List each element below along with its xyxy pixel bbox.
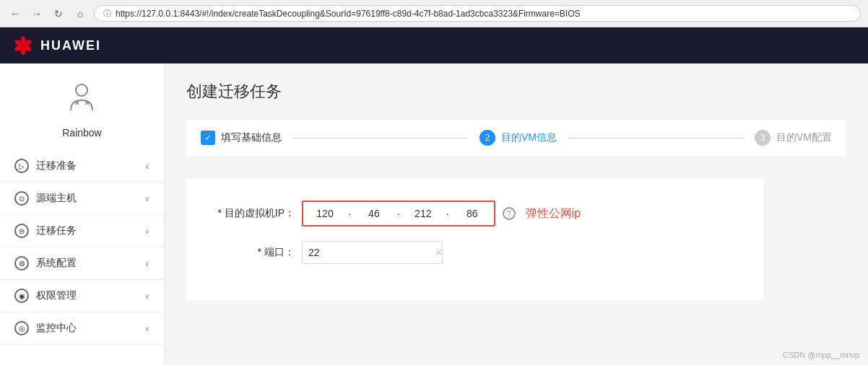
- sidebar-item-label: 系统配置: [36, 257, 77, 270]
- step1-check-icon: ✓: [201, 131, 215, 145]
- port-label: * 端口：: [215, 246, 302, 259]
- ip-segment-1[interactable]: [303, 202, 347, 225]
- user-avatar-icon: [62, 80, 102, 120]
- sidebar-item-source-host[interactable]: ⊙ 源端主机 ∨: [0, 182, 164, 215]
- port-input[interactable]: [308, 247, 435, 258]
- ip-input-group[interactable]: · · ·: [302, 201, 495, 227]
- ip-segment-2[interactable]: [352, 202, 396, 225]
- step-line-1: [293, 138, 468, 138]
- form-section: * 目的虚拟机IP： · · · ? 弹性公网ip * 端口：: [186, 179, 764, 300]
- migration-prep-icon: ▷: [14, 159, 29, 173]
- address-bar[interactable]: ⓘ https://127.0.0.1:8443/#!/index/create…: [94, 5, 861, 22]
- chevron-down-icon: ∨: [144, 260, 149, 268]
- vm-ip-row: * 目的虚拟机IP： · · · ? 弹性公网ip: [215, 201, 735, 227]
- ip-dot-2: ·: [396, 208, 402, 219]
- top-navbar: HUAWEI: [0, 27, 868, 63]
- avatar-container: [61, 78, 104, 121]
- huawei-flower-icon: [12, 34, 35, 57]
- forward-button[interactable]: →: [29, 6, 45, 22]
- sidebar: Rainbow ▷ 迁移准备 ∨ ⊙ 源端主机 ∨ ⊖ 迁移任务: [0, 63, 165, 365]
- sidebar-item-label: 权限管理: [36, 289, 77, 302]
- clear-icon[interactable]: ✕: [435, 247, 443, 258]
- step-1: ✓ 填写基础信息: [201, 131, 282, 145]
- footer-watermark: CSDN @mpp__mnvp: [783, 351, 859, 359]
- svg-point-6: [76, 84, 87, 96]
- step-3: 3 目的VM配置: [755, 130, 832, 146]
- chevron-down-icon: ∨: [144, 292, 149, 300]
- page-title: 创建迁移任务: [186, 81, 846, 102]
- url-text: https://127.0.0.1:8443/#!/index/createTa…: [116, 9, 581, 19]
- main-content: 创建迁移任务 ✓ 填写基础信息 2 目的VM信息 3 目的VM配置 * 目的虚拟…: [165, 63, 868, 365]
- sidebar-item-monitor-center[interactable]: ◎ 监控中心 ∨: [0, 312, 164, 345]
- system-config-icon: ⚙: [14, 256, 29, 271]
- sidebar-item-migration-task[interactable]: ⊖ 迁移任务 ∨: [0, 215, 164, 247]
- home-button[interactable]: ⌂: [72, 6, 88, 22]
- sidebar-item-system-config[interactable]: ⚙ 系统配置 ∨: [0, 247, 164, 280]
- stepper: ✓ 填写基础信息 2 目的VM信息 3 目的VM配置: [186, 120, 846, 156]
- browser-chrome: ← → ↻ ⌂ ⓘ https://127.0.0.1:8443/#!/inde…: [0, 0, 868, 27]
- sidebar-item-label: 源端主机: [36, 192, 77, 205]
- step3-number: 3: [755, 130, 771, 146]
- ip-dot-3: ·: [445, 208, 451, 219]
- chevron-down-icon: ∨: [144, 325, 149, 333]
- sidebar-item-migration-prep[interactable]: ▷ 迁移准备 ∨: [0, 150, 164, 182]
- ip-segment-3[interactable]: [402, 202, 445, 225]
- step-2: 2 目的VM信息: [479, 130, 557, 146]
- sidebar-username: Rainbow: [62, 127, 101, 138]
- monitor-center-icon: ◎: [14, 321, 29, 335]
- sidebar-item-permission-mgmt[interactable]: ◉ 权限管理 ∨: [0, 280, 164, 312]
- port-row: * 端口： ✕: [215, 241, 735, 264]
- huawei-logo: HUAWEI: [12, 34, 101, 57]
- vm-ip-label: * 目的虚拟机IP：: [215, 207, 302, 220]
- migration-task-icon: ⊖: [14, 224, 29, 238]
- app-layout: Rainbow ▷ 迁移准备 ∨ ⊙ 源端主机 ∨ ⊖ 迁移任务: [0, 63, 868, 365]
- sidebar-item-label: 迁移准备: [36, 159, 77, 172]
- ip-dot-1: ·: [347, 208, 352, 219]
- elastic-ip-hint: 弹性公网ip: [526, 206, 581, 221]
- lock-icon: ⓘ: [103, 8, 111, 19]
- ip-segment-4[interactable]: [451, 202, 494, 225]
- sidebar-item-label: 监控中心: [36, 322, 77, 335]
- sidebar-menu: ▷ 迁移准备 ∨ ⊙ 源端主机 ∨ ⊖ 迁移任务 ∨: [0, 150, 164, 345]
- step-line-2: [568, 138, 743, 138]
- step1-label: 填写基础信息: [221, 131, 282, 144]
- sidebar-item-label: 迁移任务: [36, 224, 77, 237]
- port-input-wrapper[interactable]: ✕: [302, 241, 443, 264]
- refresh-button[interactable]: ↻: [51, 6, 66, 22]
- chevron-down-icon: ∨: [144, 227, 149, 235]
- step3-label: 目的VM配置: [776, 131, 832, 144]
- brand-name: HUAWEI: [40, 38, 101, 53]
- step2-label: 目的VM信息: [501, 131, 557, 144]
- help-icon[interactable]: ?: [503, 207, 516, 220]
- back-button[interactable]: ←: [7, 6, 23, 22]
- step2-number: 2: [479, 130, 495, 146]
- chevron-down-icon: ∨: [144, 162, 149, 170]
- permission-mgmt-icon: ◉: [14, 289, 29, 303]
- source-host-icon: ⊙: [14, 191, 29, 206]
- chevron-down-icon: ∨: [144, 195, 149, 203]
